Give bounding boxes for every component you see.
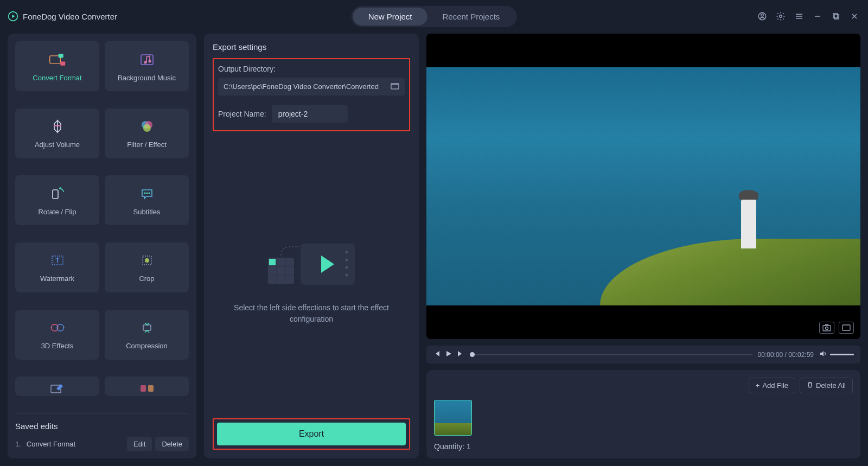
- snapshot-icon[interactable]: [819, 322, 834, 334]
- tab-recent-projects[interactable]: Recent Projects: [427, 8, 515, 25]
- delete-button[interactable]: Delete: [155, 437, 189, 451]
- svg-rect-28: [148, 385, 154, 392]
- player-controls: 00:00:00 / 00:02:59: [426, 346, 860, 363]
- svg-rect-41: [823, 325, 831, 331]
- tool-partial-2[interactable]: [105, 376, 189, 396]
- menu-icon[interactable]: [793, 10, 805, 22]
- tab-new-project[interactable]: New Project: [353, 8, 427, 25]
- tool-label: Rotate / Flip: [38, 208, 76, 216]
- trash-icon: [807, 381, 813, 390]
- preview-panel: 00:00:00 / 00:02:59 +Add File Delete All…: [426, 34, 860, 458]
- tool-label: Filter / Effect: [127, 141, 167, 149]
- svg-point-3: [780, 15, 782, 18]
- tool-convert-format[interactable]: Convert Format: [15, 41, 99, 91]
- split-icon: [138, 380, 156, 396]
- tool-crop[interactable]: Crop: [105, 242, 189, 292]
- tool-3d-effects[interactable]: 3D Effects: [15, 310, 99, 360]
- svg-rect-43: [843, 325, 850, 330]
- svg-rect-27: [141, 385, 146, 392]
- edit-button[interactable]: Edit: [127, 437, 152, 451]
- app-title: FoneDog Video Converter: [23, 12, 117, 21]
- tool-watermark[interactable]: T Watermark: [15, 242, 99, 292]
- output-directory-label: Output Directory:: [218, 65, 405, 73]
- watermark-icon: T: [49, 252, 66, 269]
- filter-effect-icon: [138, 118, 156, 135]
- export-settings-title: Export settings: [213, 42, 410, 52]
- svg-rect-15: [53, 190, 58, 199]
- saved-edits-title: Saved edits: [15, 422, 189, 431]
- edit-icon: [49, 380, 66, 396]
- svg-point-31: [346, 251, 348, 253]
- project-name-label: Project Name:: [218, 110, 266, 118]
- empty-state: Select the left side effections to start…: [213, 139, 410, 418]
- tool-label: Adjust Volume: [35, 141, 80, 149]
- maximize-button[interactable]: [830, 10, 842, 22]
- project-name-input[interactable]: [272, 105, 348, 123]
- tool-subtitles[interactable]: Subtitles: [105, 175, 189, 225]
- volume-slider[interactable]: [830, 354, 854, 355]
- svg-point-16: [144, 192, 145, 194]
- saved-edits-section: Saved edits 1. Convert Format Edit Delet…: [15, 413, 189, 451]
- export-panel: Export settings Output Directory: C:\Use…: [204, 34, 419, 458]
- file-panel: +Add File Delete All Quantity: 1: [426, 370, 860, 458]
- tool-partial-1[interactable]: [15, 376, 99, 396]
- logo-icon: [8, 11, 18, 22]
- main-tabs: New Project Recent Projects: [352, 6, 517, 27]
- export-button-highlight: Export: [213, 418, 410, 450]
- tool-filter-effect[interactable]: Filter / Effect: [105, 108, 189, 158]
- progress-bar[interactable]: [470, 354, 752, 355]
- tools-panel: Convert Format Background Music Adjust V…: [8, 34, 196, 458]
- tool-rotate-flip[interactable]: Rotate / Flip: [15, 175, 99, 225]
- svg-rect-40: [269, 259, 276, 265]
- svg-point-33: [346, 266, 348, 269]
- account-icon[interactable]: [756, 10, 768, 22]
- three-d-icon: [49, 319, 66, 336]
- browse-folder-icon[interactable]: [391, 82, 399, 91]
- video-preview: [426, 34, 860, 339]
- delete-all-button[interactable]: Delete All: [800, 378, 853, 393]
- tool-label: Compression: [126, 342, 168, 350]
- tool-label: Convert Format: [33, 74, 81, 82]
- next-button[interactable]: [457, 350, 464, 359]
- export-button[interactable]: Export: [217, 423, 406, 445]
- svg-rect-25: [143, 325, 151, 330]
- fullscreen-icon[interactable]: [839, 322, 854, 334]
- tool-label: Subtitles: [133, 208, 161, 216]
- tool-adjust-volume[interactable]: Adjust Volume: [15, 108, 99, 158]
- empty-state-illustration: [263, 233, 360, 292]
- tool-background-music[interactable]: Background Music: [105, 41, 189, 91]
- volume-icon[interactable]: [819, 350, 827, 359]
- tool-label: Background Music: [118, 74, 176, 82]
- compression-icon: [138, 319, 156, 336]
- settings-icon[interactable]: [775, 10, 787, 22]
- tool-label: Watermark: [40, 275, 74, 283]
- prev-button[interactable]: [433, 350, 441, 359]
- add-file-button[interactable]: +Add File: [749, 378, 795, 393]
- video-frame[interactable]: [426, 34, 860, 339]
- output-directory-input[interactable]: C:\Users\pc\FoneDog Video Converter\Conv…: [218, 78, 405, 95]
- svg-text:T: T: [55, 257, 60, 264]
- app-logo: FoneDog Video Converter: [8, 11, 117, 22]
- svg-point-2: [761, 14, 764, 17]
- crop-icon: [138, 252, 156, 269]
- svg-rect-7: [58, 54, 63, 58]
- plus-icon: +: [756, 381, 760, 390]
- tool-label: Crop: [139, 275, 154, 283]
- svg-rect-5: [834, 15, 839, 19]
- close-button[interactable]: [848, 10, 860, 22]
- tool-label: 3D Effects: [41, 342, 74, 350]
- file-thumbnail[interactable]: [434, 400, 472, 436]
- saved-edit-index: 1.: [15, 440, 21, 448]
- svg-point-14: [143, 124, 151, 132]
- svg-point-32: [346, 258, 348, 261]
- subtitles-icon: [138, 185, 156, 202]
- play-button[interactable]: [445, 350, 452, 359]
- adjust-volume-icon: [49, 118, 66, 135]
- minimize-button[interactable]: [812, 10, 824, 22]
- empty-state-text: Select the left side effections to start…: [230, 302, 393, 325]
- svg-point-34: [346, 273, 348, 276]
- preview-image: [426, 67, 860, 305]
- convert-format-icon: [49, 51, 66, 68]
- saved-edit-row: 1. Convert Format Edit Delete: [15, 437, 189, 451]
- tool-compression[interactable]: Compression: [105, 310, 189, 360]
